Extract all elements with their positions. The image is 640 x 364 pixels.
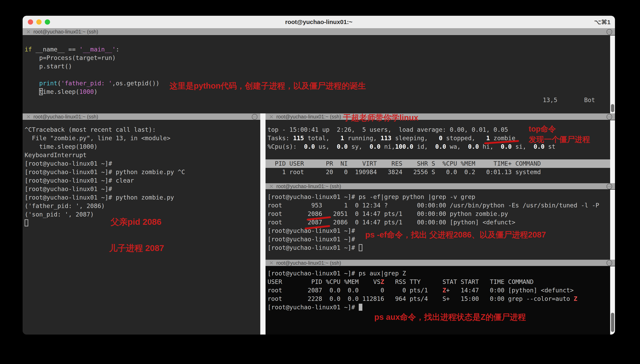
close-icon[interactable]: ✕ <box>269 184 274 189</box>
tab-right-middle[interactable]: root@yuchao-linux01:~ (ssh) <box>276 184 341 189</box>
scrollbar-thumb[interactable] <box>611 104 614 112</box>
terminal-line: root 2228 0.0 0.0 112816 964 pts/4 S+ 15… <box>268 294 613 303</box>
tab-bar-right-middle: ✕ root@yuchao-linux01:~ (ssh) ⋯ <box>266 183 615 190</box>
terminal-line: top - 15:00:41 up 2:26, 5 users, load av… <box>268 126 613 134</box>
terminal-line: if __name__ == '__main__': <box>24 45 613 54</box>
terminal-line: p.start() <box>24 62 613 70</box>
terminal-line: [root@yuchao-linux01 ~]# ps aux|grep Z <box>268 269 613 278</box>
terminal-line: [root@yuchao-linux01 ~]# clear <box>24 176 258 185</box>
scrollbar-track[interactable] <box>610 190 615 260</box>
annotation-ps-ef: ps -ef命令，找出 父进程2086、以及僵尸进程2087 <box>365 229 546 240</box>
terminal-line: [root@yuchao-linux01 ~]# python zombie.p… <box>24 168 258 176</box>
terminal-line: 1 root 20 0 190984 3824 2556 S 0.0 0.2 0… <box>268 168 613 176</box>
scrollbar-track-divider[interactable] <box>260 114 266 334</box>
annotation-son-pid: 儿子进程 2087 <box>109 242 164 254</box>
terminal-line: [root@yuchao-linux01 ~]# <box>24 160 258 168</box>
tab-bar-right-bottom: ✕ root@yuchao-linux01:~ (ssh) ⋯ <box>266 260 615 266</box>
editor-pane[interactable]: if __name__ == '__main__': p=Process(tar… <box>22 36 615 114</box>
terminal-line: root 2087 2086 0 14:47 pts/1 00:00:00 [p… <box>268 218 613 226</box>
terminal-line: File "zombie.py", line 13, in <module> <box>24 134 258 142</box>
annotation-top-command: top命令 <box>529 124 556 134</box>
tab-bar-left: ✕ root@yuchao-linux01:~ (ssh) ⋯ <box>22 114 260 120</box>
close-icon[interactable]: ✕ <box>269 260 274 266</box>
title-bar: root@yuchao-linux01:~ ⌥⌘1 <box>22 16 615 28</box>
more-options-icon[interactable]: ⋯ <box>606 29 612 35</box>
ps-ef-pane[interactable]: [root@yuchao-linux01 ~]# ps -ef|grep pyt… <box>266 190 615 260</box>
tab-right-bottom[interactable]: root@yuchao-linux01:~ (ssh) <box>276 260 341 266</box>
top-command-pane[interactable]: top - 15:00:41 up 2:26, 5 users, load av… <box>266 120 615 183</box>
terminal-line: p=Process(target=run) <box>24 54 613 62</box>
ps-aux-pane[interactable]: [root@yuchao-linux01 ~]# ps aux|grep ZUS… <box>266 266 615 334</box>
scrollbar-track[interactable] <box>610 266 615 334</box>
scrollbar-track[interactable] <box>610 36 615 114</box>
terminal-line: [root@yuchao-linux01 ~]# <box>24 185 258 193</box>
vim-scroll-position: Bot <box>584 96 595 104</box>
close-icon[interactable]: ✕ <box>26 29 31 34</box>
close-icon[interactable]: ✕ <box>269 114 274 120</box>
close-icon[interactable]: ✕ <box>26 114 31 120</box>
terminal-line: [root@yuchao-linux01 ~]# <box>268 244 613 252</box>
tab-bar-editor: ✕ root@yuchao-linux01:~ (ssh) ⋯ <box>22 28 615 36</box>
more-options-icon[interactable]: ⋯ <box>252 114 258 120</box>
terminal-line: ^CTraceback (most recent call last): <box>24 126 258 134</box>
annotation-father-pid: 父亲pid 2086 <box>110 216 162 228</box>
more-options-icon[interactable]: ⋯ <box>606 260 612 266</box>
more-options-icon[interactable]: ⋯ <box>606 114 612 120</box>
tab-editor[interactable]: root@yuchao-linux01:~ (ssh) <box>34 29 98 35</box>
terminal-line: root 2087 0.0 0.0 0 0 pts/1 Z+ 14:47 0:0… <box>268 286 613 294</box>
terminal-line: ('father_pid: ', 2086) <box>24 202 258 210</box>
terminal-line: USER PID %CPU %MEM VSZ RSS TTY STAT STAR… <box>268 278 613 286</box>
terminal-line: [root@yuchao-linux01 ~]# python zombie.p… <box>24 193 258 202</box>
window-title: root@yuchao-linux01:~ <box>22 18 615 26</box>
terminal-line: PID USER PR NI VIRT RES SHR S %CPU %MEM … <box>266 160 615 168</box>
terminal-line: root 2086 2051 0 14:47 pts/1 00:00:00 py… <box>268 210 613 218</box>
annotation-ps-aux: ps aux命令，找出进程状态是Z的僵尸进程 <box>374 312 526 323</box>
terminal-line: [root@yuchao-linux01 ~]# <box>268 303 613 312</box>
tab-bar-right-top: ✕ root@yuchao-linux01:~ (ssh) ⋯ <box>266 114 615 120</box>
tab-right-top[interactable]: root@yuchao-linux01:~ (ssh) <box>276 114 341 120</box>
terminal-line: time.sleep(1000) <box>24 142 258 151</box>
terminal-window: root@yuchao-linux01:~ ⌥⌘1 ✕ root@yuchao-… <box>22 16 615 334</box>
annotation-teacher: 于超老师带你学linux <box>343 112 418 123</box>
terminal-line: root 953 1 0 12:34 ? 00:00:00 /usr/bin/p… <box>268 201 613 210</box>
tab-left[interactable]: root@yuchao-linux01:~ (ssh) <box>34 114 98 120</box>
annotation-python-code: 这里是python代码，创建子进程，以及僵尸进程的诞生 <box>170 80 366 92</box>
scrollbar-thumb[interactable] <box>611 313 614 332</box>
scrollbar-track[interactable] <box>610 120 615 183</box>
annotation-found-zombie: 发现一个僵尸进程 <box>529 134 590 145</box>
terminal-line: [root@yuchao-linux01 ~]# ps -ef|grep pyt… <box>268 193 613 201</box>
vim-cursor-position: 13,5 <box>543 96 557 104</box>
terminal-line: KeyboardInterrupt <box>24 151 258 160</box>
window-shortcut-badge: ⌥⌘1 <box>594 18 610 26</box>
terminal-line <box>268 151 613 160</box>
more-options-icon[interactable]: ⋯ <box>606 184 612 189</box>
terminal-line <box>24 70 613 79</box>
desktop: root@yuchao-linux01:~ ⌥⌘1 ✕ root@yuchao-… <box>0 0 640 364</box>
